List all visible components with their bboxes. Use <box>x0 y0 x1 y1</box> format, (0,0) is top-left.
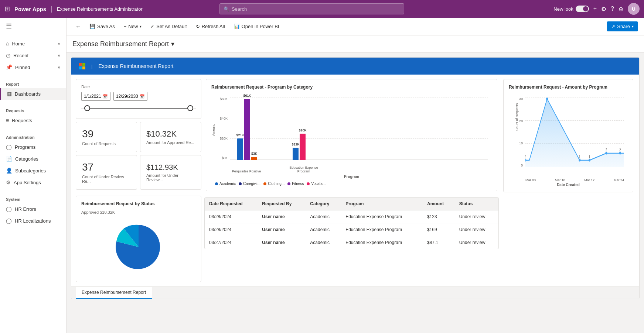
sidebar-item-requests[interactable]: ≡ Requests <box>0 114 66 126</box>
legend-vocational-dot <box>307 182 310 185</box>
kpi-count-value: 39 <box>82 128 131 140</box>
sidebar-item-programs[interactable]: ◯ Programs <box>0 141 66 153</box>
share-button[interactable]: ↗ Share ▾ <box>607 21 638 31</box>
sidebar-item-recent-label: Recent <box>13 53 28 58</box>
sidebar-item-app-settings-label: App Settings <box>14 180 41 185</box>
legend-vocational: Vocatio... <box>307 182 326 186</box>
sidebar-item-app-settings[interactable]: ⚙ App Settings <box>0 176 66 188</box>
td-user-3: User name <box>258 236 306 249</box>
slider-right-handle[interactable] <box>187 105 193 111</box>
report-section: Report ▦ Dashboards <box>0 76 66 103</box>
pie-chart-svg <box>109 221 168 273</box>
requests-section: Requests ≡ Requests <box>0 103 66 129</box>
hr-localizations-icon: ◯ <box>6 218 12 224</box>
bar-academic-g2-label: $12K <box>292 143 299 146</box>
save-icon: 💾 <box>89 24 95 29</box>
y-axis-labels: $60K $40K $20K $0K <box>211 97 228 160</box>
report-title[interactable]: Expense Reimbursement Report ▾ <box>72 40 174 48</box>
th-status: Status <box>455 198 498 210</box>
line-chart-title: Reimbursement Request - Amount by Progra… <box>509 85 628 90</box>
bar-clothing-g1-rect <box>251 157 257 160</box>
date-inputs: 1/1/2021 📅 12/29/2030 📅 <box>81 92 196 101</box>
sidebar-item-home-label: Home <box>12 41 25 47</box>
bar-chart-title: Reimbursement Request - Program by Categ… <box>211 85 492 90</box>
search-input[interactable] <box>232 6 400 12</box>
sidebar-item-pinned[interactable]: 📌 Pinned ∨ <box>0 61 66 73</box>
td-user-1: User name <box>258 210 306 223</box>
point-label-2a: 2 <box>606 148 607 152</box>
date-start-value: 1/1/2021 <box>84 94 101 99</box>
search-bar[interactable]: 🔍 <box>219 3 404 14</box>
left-column: Date 1/1/2021 📅 12/29/2030 📅 <box>76 79 201 282</box>
sidebar-item-recent[interactable]: ◷ Recent ∨ <box>0 49 66 61</box>
settings-icon-button[interactable]: ⚙ <box>601 6 606 13</box>
top-navigation: ⊞ Power Apps | Expense Reimbursements Ad… <box>0 0 644 18</box>
bar-group-2-name: Education Expense Program <box>287 166 320 173</box>
x-label-mar10: Mar 10 <box>555 178 565 182</box>
requests-section-label: Requests <box>0 106 66 114</box>
sidebar-item-hr-localizations[interactable]: ◯ HR Localizations <box>0 215 66 227</box>
open-powerbi-button[interactable]: 📊 Open in Power BI <box>230 21 283 31</box>
status-chart-card: Reimbursement Request by Status Approved… <box>76 196 201 282</box>
new-look-label: New look <box>553 6 573 12</box>
data-table-card: Date Requested Requested By Category Pro… <box>204 197 499 249</box>
user-avatar[interactable]: U <box>628 3 640 15</box>
administration-section: Administration ◯ Programs 📄 Categories 👤… <box>0 129 66 191</box>
td-date-3: 03/27/2024 <box>205 236 258 249</box>
save-as-button[interactable]: 💾 Save As <box>86 21 119 31</box>
kpi-under-review-count-label: Count of Under Review Re... <box>82 175 131 183</box>
legend-clothing-label: Clothing... <box>268 182 284 186</box>
sidebar-item-categories-label: Categories <box>15 156 38 162</box>
subcategories-icon: 👤 <box>6 168 12 174</box>
sidebar-item-hr-errors[interactable]: ◯ HR Errors <box>0 203 66 215</box>
sidebar-item-dashboards[interactable]: ▦ Dashboards <box>0 88 66 100</box>
help-icon-button[interactable]: ? <box>611 6 614 12</box>
date-end-input[interactable]: 12/29/2030 📅 <box>113 92 147 101</box>
new-label: New <box>128 24 138 29</box>
bar-academic-g2-rect <box>293 148 299 160</box>
bar-fitness-g1-rect <box>244 99 250 160</box>
report-banner-divider: | <box>91 63 92 69</box>
line-chart-x-label: Date Created <box>509 183 628 187</box>
add-icon-button[interactable]: + <box>593 6 597 12</box>
date-start-input[interactable]: 1/1/2021 📅 <box>81 92 110 101</box>
legend-caregiving: Caregivii... <box>239 182 260 186</box>
legend-academic-dot <box>215 182 218 185</box>
refresh-all-button[interactable]: ↻ Refresh All <box>192 21 229 31</box>
y-label-20k: $20K <box>211 137 228 140</box>
chevron-down-icon: ∨ <box>58 54 60 58</box>
new-look-toggle[interactable]: New look <box>553 6 589 12</box>
sidebar-item-categories[interactable]: 📄 Categories <box>0 153 66 165</box>
th-amount: Amount <box>423 198 455 210</box>
bar-fitness-g1-label: $61K <box>243 94 251 97</box>
slider-left-handle[interactable] <box>84 105 90 111</box>
legend-fitness-dot <box>287 182 290 185</box>
kpi-row-2: 37 Count of Under Review Re... $112.93K … <box>76 155 201 190</box>
line-y-0: 0 <box>509 164 523 167</box>
date-end-value: 12/29/2030 <box>116 94 138 99</box>
date-label: Date <box>81 85 196 89</box>
sidebar-item-subcategories[interactable]: 👤 Subcategories <box>0 165 66 176</box>
powerbi-icon: 📊 <box>234 24 240 29</box>
accessibility-icon-button[interactable]: ⊕ <box>619 6 623 13</box>
grid-menu-icon[interactable]: ⊞ <box>4 5 10 13</box>
bar-clothing-g1-label: $3K <box>251 152 257 155</box>
new-button[interactable]: + New ▾ <box>120 21 146 31</box>
table-row: 03/28/2024 User name Academic Education … <box>205 210 498 223</box>
hamburger-menu[interactable]: ☰ <box>0 18 66 35</box>
date-slider-container[interactable] <box>81 104 196 112</box>
toggle-switch[interactable] <box>576 6 589 12</box>
report-banner-title: Expense Reimbursement Report <box>98 63 173 69</box>
main-layout: ☰ ⌂ Home ∨ ◷ Recent ∨ 📌 Pinned ∨ Report … <box>0 18 644 333</box>
requests-icon: ≡ <box>6 117 9 123</box>
sidebar-item-requests-label: Requests <box>12 118 32 123</box>
nav-section: ⌂ Home ∨ ◷ Recent ∨ 📌 Pinned ∨ <box>0 35 66 76</box>
back-button[interactable]: ← <box>72 21 84 32</box>
report-title-text: Expense Reimbursement Report <box>72 40 169 48</box>
report-header: Expense Reimbursement Report ▾ <box>67 35 644 53</box>
sidebar-item-home[interactable]: ⌂ Home ∨ <box>0 38 66 49</box>
td-program-1: Education Expense Program <box>341 210 423 223</box>
table-row: 03/28/2024 User name Academic Education … <box>205 223 498 236</box>
set-default-button[interactable]: ✓ Set As Default <box>147 21 190 31</box>
report-tab-expense[interactable]: Expense Reimbursement Report <box>76 287 152 299</box>
